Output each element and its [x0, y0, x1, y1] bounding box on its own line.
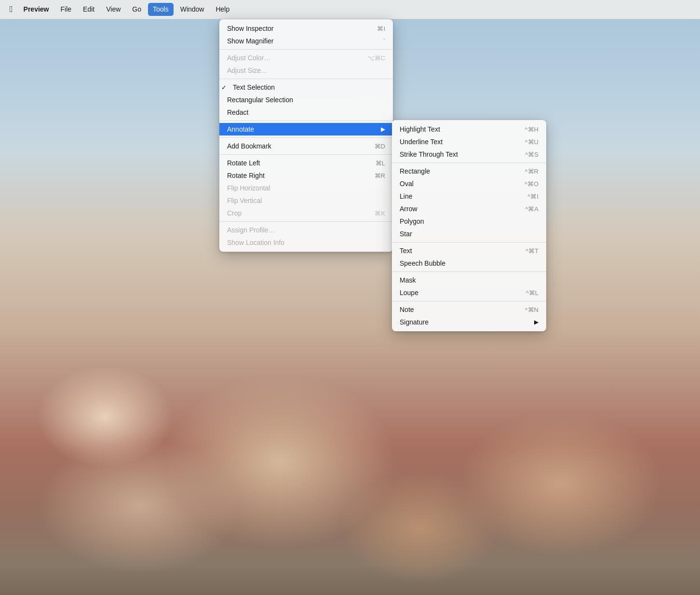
menubar-edit[interactable]: Edit: [78, 3, 99, 16]
submenu-item-label: Star: [400, 230, 412, 238]
submenu-shortcut: ^⌘S: [525, 151, 538, 158]
menubar:  Preview File Edit View Go Tools Window…: [0, 0, 700, 19]
menu-item-show-inspector[interactable]: Show Inspector ⌘I: [219, 22, 393, 35]
menu-item-crop: Crop ⌘K: [219, 207, 393, 219]
submenu-item-label: Oval: [400, 180, 414, 188]
menu-item-label: Adjust Size…: [227, 67, 268, 74]
menubar-view[interactable]: View: [101, 3, 125, 16]
submenu-item-label: Speech Bubble: [400, 259, 445, 267]
menu-item-shortcut: `: [383, 38, 385, 45]
submenu-separator-1: [392, 162, 546, 163]
checkmark-icon: ✓: [221, 84, 227, 91]
submenu-item-highlight-text[interactable]: Highlight Text ^⌘H: [392, 123, 546, 135]
submenu-shortcut: ^⌘O: [525, 180, 538, 188]
menu-item-rectangular-selection[interactable]: Rectangular Selection: [219, 94, 393, 106]
submenu-item-label: Mask: [400, 276, 416, 284]
submenu-shortcut: ^⌘A: [525, 205, 538, 213]
submenu-item-label: Polygon: [400, 217, 424, 225]
submenu-item-loupe[interactable]: Loupe ^⌘L: [392, 286, 546, 299]
submenu-item-speech-bubble[interactable]: Speech Bubble: [392, 257, 546, 270]
menu-item-show-magnifier[interactable]: Show Magnifier `: [219, 35, 393, 47]
submenu-item-note[interactable]: Note ^⌘N: [392, 303, 546, 316]
menu-item-label: Show Magnifier: [227, 37, 274, 45]
signature-arrow-icon: ▶: [534, 319, 538, 325]
menu-separator-3: [219, 121, 393, 121]
menu-item-label: Flip Vertical: [227, 197, 262, 204]
submenu-item-label: Loupe: [400, 289, 418, 297]
menu-item-flip-horizontal: Flip Horizontal: [219, 182, 393, 194]
apple-menu[interactable]: : [6, 2, 17, 16]
submenu-item-underline-text[interactable]: Underline Text ^⌘U: [392, 135, 546, 148]
submenu-shortcut: ^⌘H: [525, 126, 539, 133]
submenu-arrow-icon: ▶: [381, 126, 385, 133]
submenu-item-star[interactable]: Star: [392, 228, 546, 240]
menubar-preview[interactable]: Preview: [19, 3, 54, 16]
submenu-shortcut: ^⌘R: [525, 168, 539, 175]
submenu-shortcut: ^⌘N: [525, 306, 539, 313]
menu-separator-5: [219, 154, 393, 155]
menu-item-label: Show Inspector: [227, 25, 274, 32]
submenu-item-label: Rectangle: [400, 167, 430, 175]
submenu-item-arrow[interactable]: Arrow ^⌘A: [392, 203, 546, 215]
menu-separator-4: [219, 137, 393, 138]
menu-item-label: Adjust Color…: [227, 54, 270, 62]
submenu-shortcut: ^⌘I: [527, 193, 538, 200]
menu-separator-2: [219, 79, 393, 79]
menu-item-adjust-size: Adjust Size…: [219, 64, 393, 77]
submenu-item-label: Signature: [400, 318, 429, 326]
submenu-item-label: Highlight Text: [400, 125, 440, 133]
menubar-tools[interactable]: Tools: [148, 3, 174, 16]
submenu-item-rectangle[interactable]: Rectangle ^⌘R: [392, 165, 546, 177]
submenu-item-label: Text: [400, 247, 412, 255]
submenu-item-strike-through[interactable]: Strike Through Text ^⌘S: [392, 148, 546, 161]
menu-item-label: Crop: [227, 209, 242, 217]
menu-item-rotate-right[interactable]: Rotate Right ⌘R: [219, 169, 393, 182]
submenu-separator-3: [392, 271, 546, 272]
menu-item-label: Rotate Left: [227, 159, 260, 167]
submenu-separator-4: [392, 301, 546, 301]
submenu-shortcut: ^⌘L: [526, 289, 538, 297]
menu-item-adjust-color: Adjust Color… ⌥⌘C: [219, 52, 393, 64]
submenu-item-label: Underline Text: [400, 138, 443, 146]
menu-item-label: Text Selection: [233, 83, 275, 91]
submenu-item-signature[interactable]: Signature ▶: [392, 316, 546, 328]
menu-item-add-bookmark[interactable]: Add Bookmark ⌘D: [219, 140, 393, 152]
menubar-go[interactable]: Go: [127, 3, 146, 16]
menubar-window[interactable]: Window: [175, 3, 209, 16]
menu-item-rotate-left[interactable]: Rotate Left ⌘L: [219, 157, 393, 169]
menu-item-label: Show Location Info: [227, 239, 284, 246]
menu-item-label: Rectangular Selection: [227, 96, 293, 104]
menubar-help[interactable]: Help: [211, 3, 234, 16]
menu-item-flip-vertical: Flip Vertical: [219, 194, 393, 207]
submenu-item-label: Strike Through Text: [400, 150, 458, 158]
menu-item-shortcut: ⌘R: [375, 172, 385, 179]
annotate-container: Annotate ▶ Highlight Text ^⌘H Underline …: [219, 123, 393, 135]
submenu-item-label: Note: [400, 306, 414, 313]
submenu-item-line[interactable]: Line ^⌘I: [392, 190, 546, 203]
submenu-item-polygon[interactable]: Polygon: [392, 215, 546, 228]
annotate-submenu: Highlight Text ^⌘H Underline Text ^⌘U St…: [392, 120, 546, 331]
menu-item-label: Assign Profile…: [227, 226, 275, 234]
menu-item-shortcut: ⌘K: [375, 210, 385, 217]
menu-item-label: Rotate Right: [227, 172, 265, 179]
submenu-item-label: Line: [400, 192, 412, 200]
submenu-separator-2: [392, 242, 546, 243]
menu-item-text-selection[interactable]: ✓ Text Selection: [219, 81, 393, 94]
menu-item-label: Redact: [227, 108, 248, 116]
submenu-item-mask[interactable]: Mask: [392, 274, 546, 286]
submenu-item-text[interactable]: Text ^⌘T: [392, 244, 546, 257]
menu-item-redact[interactable]: Redact: [219, 106, 393, 119]
tools-dropdown-menu: Show Inspector ⌘I Show Magnifier ` Adjus…: [219, 19, 393, 252]
menu-item-annotate[interactable]: Annotate ▶: [219, 123, 393, 135]
menu-item-show-location-info: Show Location Info: [219, 236, 393, 249]
menu-item-shortcut: ⌘I: [377, 25, 385, 32]
menu-item-label: Add Bookmark: [227, 142, 271, 150]
menu-item-shortcut: ⌘L: [376, 160, 385, 167]
menu-item-assign-profile: Assign Profile…: [219, 224, 393, 236]
menubar-file[interactable]: File: [56, 3, 77, 16]
menu-item-shortcut: ⌥⌘C: [367, 54, 385, 62]
submenu-item-oval[interactable]: Oval ^⌘O: [392, 177, 546, 190]
menu-item-label: Flip Horizontal: [227, 184, 270, 192]
menu-item-label: Annotate: [227, 125, 254, 133]
menu-item-shortcut: ⌘D: [375, 143, 385, 150]
